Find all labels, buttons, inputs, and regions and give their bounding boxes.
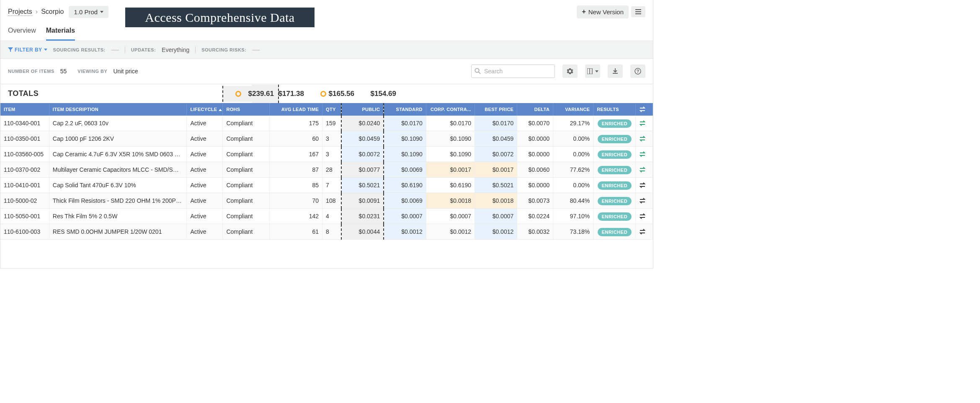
table-row[interactable]: 110-5050-001Res Thk Film 5% 2 0.5WActive… (0, 209, 653, 224)
col-public[interactable]: PUBLIC (341, 103, 384, 116)
cell-best: $0.5021 (475, 178, 517, 193)
table-row[interactable]: 110-0370-002Multilayer Ceramic Capacitor… (0, 162, 653, 178)
cell-lifecycle: Active (187, 224, 223, 240)
table-row[interactable]: 110-5000-02Thick Film Resistors - SMD 22… (0, 193, 653, 209)
cell-results: ENRICHED (593, 193, 636, 209)
cell-rohs: Compliant (223, 116, 269, 131)
cell-swap[interactable] (636, 116, 653, 131)
col-results[interactable]: RESULTS (593, 103, 636, 116)
cell-rohs: Compliant (223, 178, 269, 193)
cell-results: ENRICHED (593, 209, 636, 224)
cell-description: Cap 2.2 uF, 0603 10v (49, 116, 187, 131)
col-lifecycle-label: LIFECYCLE (190, 107, 217, 112)
cell-swap[interactable] (636, 147, 653, 162)
cell-qty: 4 (322, 209, 342, 224)
filter-bar: FILTER BY SOURCING RESULTS: — UPDATES: E… (0, 41, 653, 59)
svg-text:?: ? (637, 69, 639, 74)
tab-materials[interactable]: Materials (46, 23, 75, 41)
cell-description: Cap Ceramic 4.7uF 6.3V X5R 10% SMD 0603 … (49, 147, 187, 162)
cell-description: Res Thk Film 5% 2 0.5W (49, 209, 187, 224)
tab-overview[interactable]: Overview (8, 23, 36, 41)
totals-corp: $165.56 (308, 85, 358, 103)
cell-public: $0.0240 (341, 116, 384, 131)
cell-swap[interactable] (636, 209, 653, 224)
enriched-badge: ENRICHED (598, 119, 632, 128)
cell-delta: $0.0000 (517, 178, 553, 193)
cell-swap[interactable] (636, 131, 653, 147)
sort-asc-icon (219, 109, 222, 111)
sourcing-risks-value: — (252, 45, 260, 54)
totals-best: $154.69 (358, 85, 400, 103)
search-input[interactable] (471, 65, 555, 78)
settings-button[interactable] (562, 65, 578, 78)
cell-lead: 60 (269, 131, 322, 147)
cell-lead: 87 (269, 162, 322, 178)
table-row[interactable]: 110-0350-001Cap 1000 pF 1206 2KVActiveCo… (0, 131, 653, 147)
swap-icon (639, 120, 646, 126)
breadcrumb-projects[interactable]: Projects (8, 8, 32, 16)
viewing-by-value[interactable]: Unit price (113, 68, 138, 75)
cell-swap[interactable] (636, 178, 653, 193)
cell-delta: $0.0070 (517, 116, 553, 131)
divider (125, 46, 125, 53)
cell-standard: $0.1090 (384, 131, 426, 147)
tabs: Overview Materials (0, 23, 653, 41)
caret-down-icon (595, 70, 598, 72)
cell-variance: 80.44% (553, 193, 593, 209)
col-lead[interactable]: AVG LEAD TIME (269, 103, 322, 116)
enriched-badge: ENRICHED (598, 228, 632, 236)
table-row[interactable]: 110-0340-001Cap 2.2 uF, 0603 10vActiveCo… (0, 116, 653, 131)
cell-item: 110-5050-001 (0, 209, 49, 224)
swap-icon (639, 182, 646, 188)
cell-rohs: Compliant (223, 147, 269, 162)
cell-swap[interactable] (636, 162, 653, 178)
cell-rohs: Compliant (223, 131, 269, 147)
svg-line-1 (479, 72, 480, 74)
download-button[interactable] (608, 65, 623, 78)
menu-button[interactable] (631, 6, 645, 17)
filter-by-button[interactable]: FILTER BY (8, 47, 47, 53)
updates-value[interactable]: Everything (162, 46, 189, 53)
col-swap[interactable] (636, 103, 653, 116)
columns-button[interactable] (585, 65, 600, 78)
cell-lifecycle: Active (187, 116, 223, 131)
cell-lead: 85 (269, 178, 322, 193)
sourcing-results-label: SOURCING RESULTS: (53, 47, 106, 52)
table-row[interactable]: 110-03560-005Cap Ceramic 4.7uF 6.3V X5R … (0, 147, 653, 162)
cell-best: $0.0072 (475, 147, 517, 162)
enriched-badge: ENRICHED (598, 197, 632, 205)
col-delta[interactable]: DELTA (517, 103, 553, 116)
version-selector[interactable]: 1.0 Prod (69, 6, 108, 18)
col-corp[interactable]: CORP. CONTRA... (426, 103, 475, 116)
help-button[interactable]: ? (630, 65, 645, 78)
search-wrap (471, 65, 555, 78)
cell-swap[interactable] (636, 224, 653, 240)
breadcrumb: Projects › Scorpio (8, 8, 64, 16)
col-lifecycle[interactable]: LIFECYCLE (187, 103, 223, 116)
enriched-badge: ENRICHED (598, 212, 632, 221)
col-qty[interactable]: QTY (322, 103, 342, 116)
cell-variance: 0.00% (553, 178, 593, 193)
updates-label: UPDATES: (131, 47, 156, 52)
cell-corp: $0.6190 (426, 178, 475, 193)
col-standard[interactable]: STANDARD (384, 103, 426, 116)
cell-standard: $0.0069 (384, 193, 426, 209)
cell-public: $0.0091 (341, 193, 384, 209)
cell-item: 110-03560-005 (0, 147, 49, 162)
divider (195, 46, 196, 53)
breadcrumb-project-name: Scorpio (41, 8, 64, 16)
cell-delta: $0.0073 (517, 193, 553, 209)
col-rohs[interactable]: ROHS (223, 103, 269, 116)
table-row[interactable]: 110-0410-001Cap Solid Tant 470uF 6.3V 10… (0, 178, 653, 193)
cell-item: 110-0370-002 (0, 162, 49, 178)
col-best[interactable]: BEST PRICE (475, 103, 517, 116)
gear-icon (567, 68, 573, 75)
col-description[interactable]: ITEM DESCRIPTION (49, 103, 187, 116)
new-version-button[interactable]: + New Version (577, 5, 629, 18)
plus-icon: + (582, 8, 585, 15)
table-row[interactable]: 110-6100-003RES SMD 0.0OHM JUMPER 1/20W … (0, 224, 653, 240)
col-item[interactable]: ITEM (0, 103, 49, 116)
col-variance[interactable]: VARIANCE (553, 103, 593, 116)
cell-swap[interactable] (636, 193, 653, 209)
items-count-value: 55 (60, 68, 67, 75)
